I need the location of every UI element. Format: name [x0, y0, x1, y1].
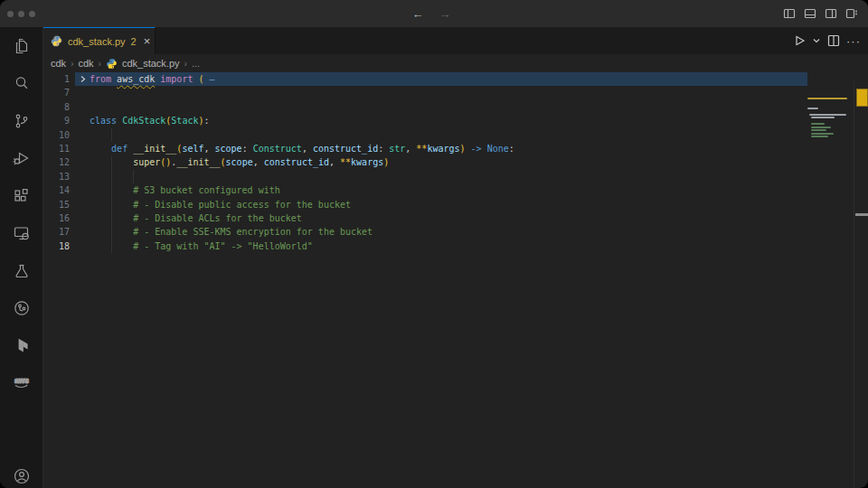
- code-text: super().__init__(scope, construct_id, **…: [90, 155, 389, 169]
- code-line[interactable]: 12 super().__init__(scope, construct_id,…: [43, 155, 868, 169]
- code-text: # - Enable SSE-KMS encryption for the bu…: [90, 225, 373, 239]
- minimap-line: [811, 123, 825, 125]
- code-line[interactable]: 10: [43, 128, 868, 142]
- testing-icon[interactable]: [0, 252, 43, 290]
- indent-guide: [111, 183, 112, 197]
- navigate-forward-button[interactable]: →: [436, 5, 454, 23]
- remote-explorer-icon[interactable]: [0, 215, 43, 253]
- minimap-line: [811, 136, 827, 137]
- breadcrumb-item[interactable]: cdk: [78, 58, 93, 69]
- code-text: # S3 bucket configured with: [90, 183, 280, 197]
- fold-gutter: [75, 198, 90, 211]
- indent-guide: [111, 128, 112, 142]
- toggle-panel-icon[interactable]: [803, 6, 817, 21]
- breadcrumb-separator: ›: [99, 59, 101, 69]
- run-debug-icon[interactable]: [0, 140, 43, 178]
- minimap-line: [811, 117, 835, 118]
- code-text: # - Disable public access for the bucket: [90, 198, 351, 211]
- customize-layout-icon[interactable]: [844, 6, 859, 21]
- fold-gutter: [75, 155, 90, 169]
- fold-gutter: [75, 100, 90, 114]
- title-bar: ← →: [0, 0, 868, 27]
- aws-icon[interactable]: aws: [0, 365, 43, 403]
- line-number: 7: [43, 86, 75, 99]
- breadcrumb-separator: ›: [71, 59, 73, 69]
- tab-close-icon[interactable]: ×: [144, 35, 151, 47]
- minimap-line: [807, 108, 818, 109]
- split-editor-icon[interactable]: [826, 33, 841, 48]
- tab-warning-badge: 2: [131, 36, 137, 47]
- activity-bar: aws: [0, 27, 43, 488]
- code-line[interactable]: 16 # - Disable ACLs for the bucket: [43, 211, 868, 225]
- minimap[interactable]: [807, 98, 847, 296]
- code-text: def __init__(self, scope: Construct, con…: [90, 142, 514, 155]
- fold-gutter: [75, 86, 90, 99]
- run-python-file-icon[interactable]: [792, 33, 807, 48]
- breadcrumb-item[interactable]: cdk: [51, 58, 66, 69]
- minimap-line: [807, 98, 847, 99]
- terraform-icon[interactable]: [0, 327, 43, 365]
- extensions-icon[interactable]: [0, 177, 43, 215]
- code-line[interactable]: 8: [43, 100, 868, 114]
- code-text: from aws_cdk import ( –: [90, 72, 215, 86]
- fold-gutter: [75, 239, 90, 253]
- code-line[interactable]: 15 # - Disable public access for the buc…: [43, 198, 868, 211]
- tab-bar: cdk_stack.py 2 × ···: [43, 27, 868, 54]
- run-dropdown-chevron-icon[interactable]: [812, 33, 821, 48]
- explorer-icon[interactable]: [0, 27, 43, 65]
- line-number: 14: [43, 183, 75, 197]
- fold-chevron-icon[interactable]: [75, 72, 90, 86]
- fold-gutter: [75, 225, 90, 239]
- fold-gutter: [75, 170, 90, 183]
- python-file-icon: [51, 35, 62, 47]
- code-line[interactable]: 17 # - Enable SSE-KMS encryption for the…: [43, 225, 868, 239]
- fold-gutter: [75, 183, 90, 197]
- breadcrumb-item[interactable]: cdk_stack.py: [122, 58, 180, 69]
- code-line[interactable]: 14 # S3 bucket configured with: [43, 183, 868, 197]
- indent-guide: [111, 211, 112, 225]
- code-line[interactable]: 1from aws_cdk import ( –: [43, 72, 868, 86]
- source-control-icon[interactable]: [0, 102, 43, 140]
- code-text: # - Tag with "AI" -> "HelloWorld": [90, 239, 313, 253]
- minimize-window-button[interactable]: [18, 11, 24, 17]
- overview-cursor-marker: [855, 213, 868, 216]
- line-number: 16: [43, 211, 75, 225]
- indent-guide: [111, 239, 112, 253]
- maximize-window-button[interactable]: [29, 11, 35, 17]
- traffic-lights: [7, 0, 35, 27]
- close-window-button[interactable]: [7, 11, 14, 17]
- minimap-line: [811, 127, 831, 128]
- code-line[interactable]: 9class CdkStack(Stack):: [43, 114, 868, 127]
- navigate-back-button[interactable]: ←: [409, 5, 427, 23]
- more-actions-icon[interactable]: ···: [846, 34, 861, 48]
- overview-ruler[interactable]: [854, 81, 868, 488]
- indent-guide: [111, 170, 112, 183]
- code-line[interactable]: 7: [43, 86, 868, 99]
- code-line[interactable]: 13: [43, 170, 868, 183]
- minimap-line: [811, 133, 833, 135]
- indent-guide: [133, 170, 134, 183]
- line-number: 9: [43, 114, 75, 127]
- search-icon[interactable]: [0, 65, 43, 103]
- line-number: 11: [43, 142, 75, 155]
- python-file-icon: [106, 58, 118, 70]
- fold-gutter: [75, 128, 90, 142]
- line-number: 8: [43, 100, 75, 114]
- toggle-primary-sidebar-icon[interactable]: [782, 6, 797, 21]
- git-graph-icon[interactable]: [0, 290, 43, 328]
- line-number: 1: [43, 72, 75, 86]
- overview-warning-marker: [856, 89, 868, 107]
- code-editor[interactable]: 1from aws_cdk import ( –789class CdkStac…: [43, 72, 868, 488]
- indent-guide: [111, 198, 112, 211]
- code-line[interactable]: 11 def __init__(self, scope: Construct, …: [43, 142, 868, 155]
- indent-guide: [111, 225, 112, 239]
- line-number: 18: [43, 239, 75, 253]
- accounts-icon[interactable]: [0, 465, 43, 488]
- svg-text:aws: aws: [14, 376, 29, 385]
- breadcrumb-separator: ›: [184, 59, 187, 69]
- breadcrumb-item[interactable]: ...: [192, 58, 200, 69]
- line-number: 17: [43, 225, 75, 239]
- code-line[interactable]: 18 # - Tag with "AI" -> "HelloWorld": [43, 239, 868, 253]
- tab-cdk-stack[interactable]: cdk_stack.py 2 ×: [43, 27, 156, 54]
- toggle-secondary-sidebar-icon[interactable]: [824, 6, 838, 21]
